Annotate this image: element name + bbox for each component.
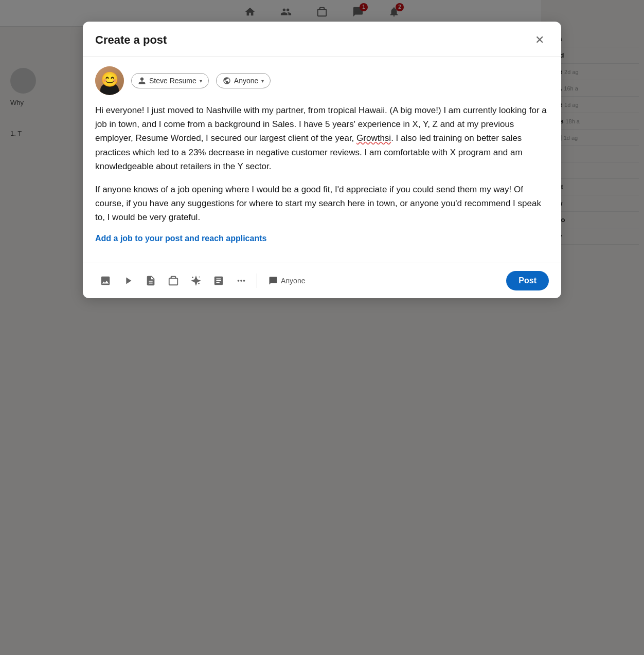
post-paragraph-2: If anyone knows of a job opening where I… [95,183,549,225]
close-button[interactable]: ✕ [530,31,549,49]
globe-icon [223,77,231,85]
toolbar-divider [257,274,257,288]
audience-dropdown-chevron: ▾ [261,78,264,84]
author-dropdown[interactable]: Steve Resume ▾ [131,73,209,88]
svg-point-2 [198,283,200,284]
video-toolbar-button[interactable] [118,270,138,291]
user-row: Steve Resume ▾ Anyone ▾ [95,66,549,95]
photo-icon [100,275,111,286]
svg-point-1 [199,276,200,277]
more-icon [236,275,247,286]
briefcase-icon [168,275,179,286]
misspelled-word: Growthsi [356,133,391,143]
audience-footer-label: Anyone [281,277,305,285]
poll-icon [213,275,224,286]
document-icon [145,275,156,286]
modal-body: Steve Resume ▾ Anyone ▾ Hi everyone! I j… [83,57,561,263]
audience-dropdown-header[interactable]: Anyone ▾ [216,73,271,88]
avatar-face [95,66,124,95]
poll-toolbar-button[interactable] [208,270,229,291]
svg-point-0 [192,277,193,278]
document-toolbar-button[interactable] [140,270,161,291]
celebrate-icon [190,275,202,286]
audience-comment-icon [269,276,278,285]
create-post-modal: Create a post ✕ Steve Resume ▾ Anyone ▾ [83,22,561,298]
audience-label-header: Anyone [234,77,258,85]
modal-title: Create a post [95,33,167,47]
add-job-link[interactable]: Add a job to your post and reach applica… [95,234,549,243]
modal-header: Create a post ✕ [83,22,561,57]
author-dropdown-chevron: ▾ [200,78,202,84]
post-button[interactable]: Post [506,271,549,290]
close-icon: ✕ [535,33,544,47]
more-toolbar-button[interactable] [231,270,252,291]
post-paragraph-1: Hi everyone! I just moved to Nashville w… [95,103,549,173]
author-name: Steve Resume [149,77,196,85]
modal-footer: Anyone Post [83,263,561,298]
post-content-area[interactable]: Hi everyone! I just moved to Nashville w… [95,103,549,225]
photo-toolbar-button[interactable] [95,270,116,291]
person-icon [138,77,146,85]
audience-footer-dropdown[interactable]: Anyone [262,273,311,288]
user-avatar [95,66,124,95]
video-icon [122,275,134,286]
job-toolbar-button[interactable] [163,270,184,291]
celebrate-toolbar-button[interactable] [186,270,206,291]
